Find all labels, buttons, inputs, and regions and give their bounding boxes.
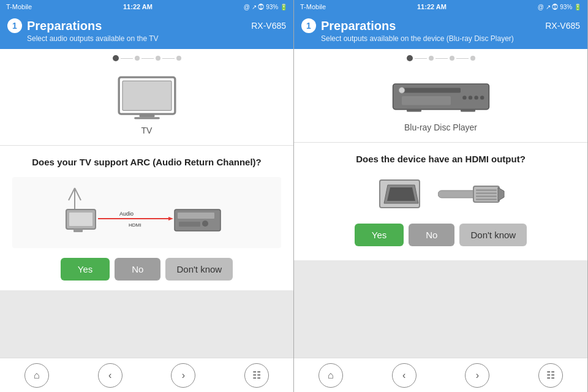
bottom-nav-right: ⌂ ‹ › ☷ xyxy=(294,358,587,392)
device-area-right: Blu-ray Disc Player xyxy=(294,65,587,143)
app-header-right: 1 Preparations RX-V685 Select outputs av… xyxy=(294,13,587,49)
question-section-right: Does the device have an HDMI output? xyxy=(294,143,587,260)
carrier-right: T-Mobile xyxy=(300,3,326,10)
svg-rect-31 xyxy=(438,190,478,198)
bottom-nav-left: ⌂ ‹ › ☷ xyxy=(0,358,293,392)
hdmi-diagram xyxy=(306,174,575,214)
info-button-left[interactable]: ☷ xyxy=(244,363,269,388)
device-area-left: TV xyxy=(0,65,293,146)
time-right: 11:22 AM xyxy=(417,3,447,10)
dot-2-left xyxy=(135,56,140,61)
header-title-right: Preparations xyxy=(321,19,396,33)
dot-2-right xyxy=(429,56,434,61)
question-text-left: Does your TV support ARC (Audio Return C… xyxy=(12,156,281,168)
header-title-group-right: 1 Preparations xyxy=(301,18,396,33)
dot-4-left xyxy=(176,56,181,61)
panel-right: T-Mobile 11:22 AM @ ↗ ⓵ 93% 🔋 1 Preparat… xyxy=(294,0,588,392)
step-circle-right: 1 xyxy=(301,18,316,33)
svg-point-22 xyxy=(468,96,472,99)
svg-rect-27 xyxy=(461,110,475,112)
status-icons-left: @ ↗ ⓵ 93% 🔋 xyxy=(244,4,287,10)
svg-point-23 xyxy=(474,96,478,99)
svg-point-20 xyxy=(399,88,405,94)
device-label-left: TV xyxy=(141,126,153,135)
svg-rect-34 xyxy=(476,189,497,191)
home-button-right[interactable]: ⌂ xyxy=(318,363,343,388)
svg-rect-25 xyxy=(402,96,451,105)
app-header-left: 1 Preparations RX-V685 Select audio outp… xyxy=(0,13,293,49)
svg-rect-2 xyxy=(139,115,154,117)
answer-buttons-left: Yes No Don't know xyxy=(12,258,281,281)
tv-icon xyxy=(116,75,178,121)
back-button-right[interactable]: ‹ xyxy=(392,363,417,388)
back-button-left[interactable]: ‹ xyxy=(98,363,123,388)
yes-button-right[interactable]: Yes xyxy=(355,224,404,246)
svg-rect-9 xyxy=(74,229,83,232)
svg-rect-37 xyxy=(476,198,497,200)
step-circle-left: 1 xyxy=(7,18,22,33)
svg-text:Audio: Audio xyxy=(119,211,134,217)
dontknow-button-right[interactable]: Don't know xyxy=(459,224,527,246)
svg-rect-26 xyxy=(407,110,421,112)
dot-3-left xyxy=(156,56,160,61)
svg-marker-33 xyxy=(498,187,504,201)
svg-rect-3 xyxy=(134,117,160,119)
header-model-right: RX-V685 xyxy=(545,21,580,31)
back-icon-right: ‹ xyxy=(402,370,405,381)
svg-rect-36 xyxy=(476,195,497,197)
status-bar-left: T-Mobile 11:22 AM @ ↗ ⓵ 93% 🔋 xyxy=(0,0,293,13)
dot-4-right xyxy=(470,56,475,61)
dot-1-left xyxy=(113,55,119,61)
header-title-group-left: 1 Preparations xyxy=(7,18,102,33)
hdmi-cable-icon xyxy=(438,174,505,214)
svg-marker-12 xyxy=(168,217,173,221)
yes-button-left[interactable]: Yes xyxy=(61,258,110,281)
svg-line-5 xyxy=(75,188,81,200)
svg-rect-15 xyxy=(178,213,214,219)
forward-icon-left: › xyxy=(182,370,185,381)
info-icon-right: ☷ xyxy=(546,369,555,381)
svg-line-4 xyxy=(69,188,75,200)
question-section-left: Does your TV support ARC (Audio Return C… xyxy=(0,146,293,290)
question-text-right: Does the device have an HDMI output? xyxy=(306,153,575,165)
header-subtitle-left: Select audio outputs available on the TV xyxy=(27,34,286,43)
panel-left: T-Mobile 11:22 AM @ ↗ ⓵ 93% 🔋 1 Preparat… xyxy=(0,0,294,392)
answer-buttons-right: Yes No Don't know xyxy=(306,224,575,246)
progress-dots-right xyxy=(294,49,587,65)
dontknow-button-left[interactable]: Don't know xyxy=(165,258,233,281)
no-button-left[interactable]: No xyxy=(115,258,160,281)
arc-svg: Audio HDMI xyxy=(61,182,233,243)
arc-diagram: Audio HDMI xyxy=(12,177,281,248)
svg-rect-35 xyxy=(476,192,497,194)
dot-1-right xyxy=(407,55,413,61)
forward-button-right[interactable]: › xyxy=(465,363,489,388)
header-top-right: 1 Preparations RX-V685 xyxy=(301,18,580,33)
carrier-left: T-Mobile xyxy=(6,3,32,10)
footer-spacer-left xyxy=(0,290,293,358)
svg-marker-30 xyxy=(387,187,415,201)
home-button-left[interactable]: ⌂ xyxy=(24,363,49,388)
home-icon-right: ⌂ xyxy=(328,370,334,381)
progress-dots-left xyxy=(0,49,293,65)
header-title-left: Preparations xyxy=(27,19,102,33)
bluray-icon xyxy=(392,75,490,118)
svg-rect-8 xyxy=(69,213,92,226)
no-button-right[interactable]: No xyxy=(409,224,454,246)
forward-button-left[interactable]: › xyxy=(171,363,195,388)
footer-spacer-right xyxy=(294,260,587,358)
svg-rect-17 xyxy=(179,222,200,227)
status-bar-right: T-Mobile 11:22 AM @ ↗ ⓵ 93% 🔋 xyxy=(294,0,587,13)
dot-3-right xyxy=(450,56,454,61)
svg-text:HDMI: HDMI xyxy=(129,222,141,228)
svg-rect-1 xyxy=(123,81,172,110)
back-icon-left: ‹ xyxy=(108,370,111,381)
svg-rect-19 xyxy=(402,88,461,92)
time-left: 11:22 AM xyxy=(123,3,153,10)
home-icon-left: ⌂ xyxy=(34,370,40,381)
info-icon-left: ☷ xyxy=(252,369,261,381)
header-model-left: RX-V685 xyxy=(251,21,286,31)
info-button-right[interactable]: ☷ xyxy=(538,363,563,388)
svg-point-16 xyxy=(202,221,208,227)
status-icons-right: @ ↗ ⓵ 93% 🔋 xyxy=(538,4,581,10)
header-top-left: 1 Preparations RX-V685 xyxy=(7,18,286,33)
